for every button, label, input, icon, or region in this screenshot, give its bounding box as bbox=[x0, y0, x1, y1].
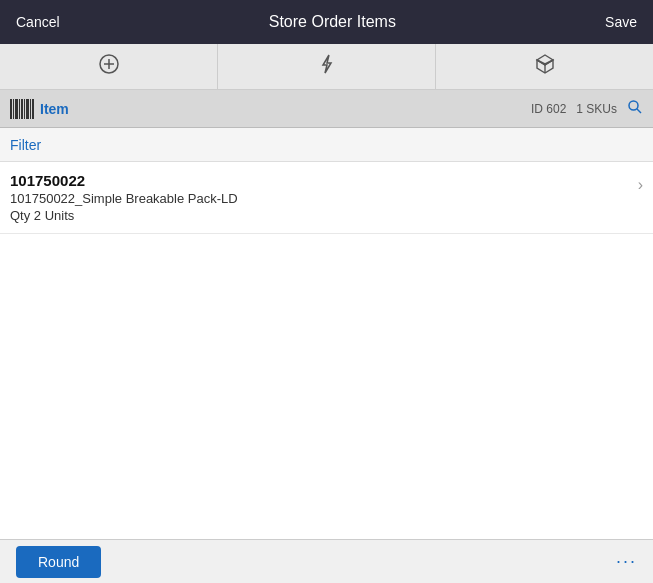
item-description: 101750022_Simple Breakable Pack-LD bbox=[10, 191, 238, 206]
box-icon bbox=[534, 53, 556, 80]
page-title: Store Order Items bbox=[269, 13, 396, 31]
tab-quick[interactable] bbox=[218, 44, 436, 89]
svg-line-6 bbox=[637, 109, 641, 113]
tab-box[interactable] bbox=[436, 44, 653, 89]
filter-row: Filter bbox=[0, 128, 653, 162]
footer-bar: Round ··· bbox=[0, 539, 653, 583]
app-header: Cancel Store Order Items Save bbox=[0, 0, 653, 44]
item-details: 101750022 101750022_Simple Breakable Pac… bbox=[10, 172, 238, 223]
filter-button[interactable]: Filter bbox=[10, 137, 41, 153]
search-button[interactable] bbox=[627, 99, 643, 119]
svg-point-5 bbox=[629, 101, 638, 110]
item-label: Item bbox=[40, 101, 69, 117]
items-list: 101750022 101750022_Simple Breakable Pac… bbox=[0, 162, 653, 539]
lightning-icon bbox=[316, 53, 338, 80]
cancel-button[interactable]: Cancel bbox=[16, 14, 60, 30]
tab-add[interactable] bbox=[0, 44, 218, 89]
tab-bar bbox=[0, 44, 653, 90]
save-button[interactable]: Save bbox=[605, 14, 637, 30]
sku-label: 1 SKUs bbox=[576, 102, 617, 116]
item-id: 101750022 bbox=[10, 172, 238, 189]
round-button[interactable]: Round bbox=[16, 546, 101, 578]
id-label: ID 602 bbox=[531, 102, 566, 116]
subheader-row: Item ID 602 1 SKUs bbox=[0, 90, 653, 128]
plus-icon bbox=[98, 53, 120, 80]
subheader-meta: ID 602 1 SKUs bbox=[531, 99, 643, 119]
more-icon[interactable]: ··· bbox=[616, 551, 637, 572]
barcode-area: Item bbox=[10, 99, 69, 119]
list-item[interactable]: 101750022 101750022_Simple Breakable Pac… bbox=[0, 162, 653, 234]
chevron-right-icon: › bbox=[638, 172, 643, 194]
barcode-icon bbox=[10, 99, 34, 119]
item-qty: Qty 2 Units bbox=[10, 208, 238, 223]
